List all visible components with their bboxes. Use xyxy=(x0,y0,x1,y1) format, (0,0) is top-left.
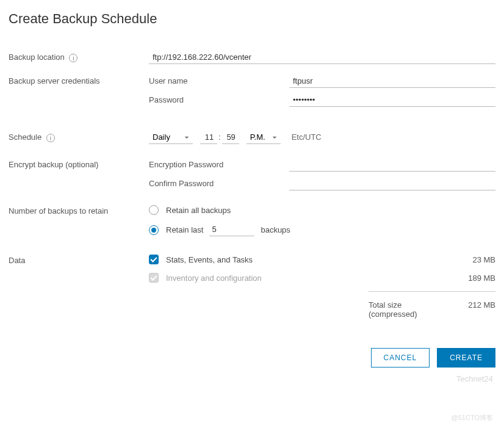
username-input[interactable] xyxy=(289,75,495,88)
retain-all-label: Retain all backups xyxy=(166,206,231,215)
info-icon[interactable]: i xyxy=(69,54,77,62)
retain-last-radio[interactable] xyxy=(149,225,159,235)
label-credentials: Backup server credentials xyxy=(9,75,149,85)
create-button[interactable]: CREATE xyxy=(437,348,495,368)
label-data: Data xyxy=(9,255,149,265)
info-icon[interactable]: i xyxy=(46,134,55,142)
stats-checkbox[interactable] xyxy=(149,255,159,264)
total-divider xyxy=(369,291,495,292)
total-size: 212 MB xyxy=(447,300,495,319)
time-colon: : xyxy=(217,132,222,142)
encryption-password-input[interactable] xyxy=(289,159,495,172)
label-encryption-password: Encryption Password xyxy=(149,159,289,169)
total-label: Total size (compressed) xyxy=(369,300,447,319)
password-input[interactable] xyxy=(289,94,495,107)
label-backup-location: Backup location i xyxy=(9,51,149,62)
inventory-size: 189 MB xyxy=(447,273,495,283)
schedule-frequency-select[interactable]: Daily xyxy=(149,131,193,144)
schedule-ampm-select[interactable]: P.M. xyxy=(247,131,281,144)
retain-count-input[interactable] xyxy=(209,223,254,236)
schedule-hour-input[interactable] xyxy=(200,131,217,144)
inventory-label: Inventory and configuration xyxy=(166,273,447,283)
schedule-minute-input[interactable] xyxy=(222,131,239,144)
retain-last-post: backups xyxy=(261,225,290,234)
schedule-timezone: Etc/UTC xyxy=(292,132,322,142)
retain-last-pre: Retain last xyxy=(166,225,203,234)
stats-size: 23 MB xyxy=(447,255,495,264)
label-encrypt: Encrypt backup (optional) xyxy=(9,159,149,169)
page-title: Create Backup Schedule xyxy=(9,11,495,27)
inventory-checkbox xyxy=(149,273,159,283)
cancel-button[interactable]: CANCEL xyxy=(371,348,430,368)
confirm-password-input[interactable] xyxy=(289,178,495,190)
retain-all-radio[interactable] xyxy=(149,205,159,215)
label-confirm-password: Confirm Password xyxy=(149,178,289,188)
stats-label: Stats, Events, and Tasks xyxy=(166,255,447,264)
label-username: User name xyxy=(149,75,289,85)
watermark: Technet24 xyxy=(456,374,493,378)
label-schedule: Schedule i xyxy=(9,131,149,142)
label-retain: Number of backups to retain xyxy=(9,205,149,215)
label-password: Password xyxy=(149,94,289,104)
backup-location-input[interactable] xyxy=(149,51,495,64)
